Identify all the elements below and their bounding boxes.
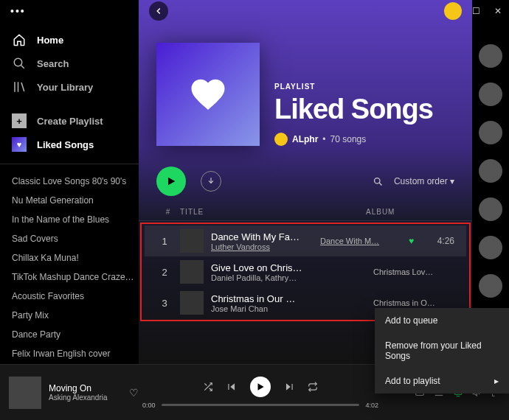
nav-library-label: Your Library <box>37 82 93 93</box>
playlist-kind-label: PLAYLIST <box>274 83 433 91</box>
track-album[interactable]: Christmas in O… <box>373 298 454 307</box>
col-title: TITLE <box>180 208 366 216</box>
nav-home-label: Home <box>37 35 63 46</box>
friend-avatar[interactable] <box>479 159 502 183</box>
nav-home[interactable]: Home <box>0 28 139 52</box>
friend-avatar[interactable] <box>479 197 502 221</box>
track-header: # TITLE ALBUM <box>139 203 472 221</box>
playlist-controls: Custom order ▾ <box>139 159 472 203</box>
owner-name[interactable]: ALphr <box>292 134 318 144</box>
ctx-add-to-queue[interactable]: Add to queue <box>375 308 509 333</box>
repeat-button[interactable] <box>308 382 318 392</box>
nav-create-playlist[interactable]: + Create Playlist <box>0 109 139 133</box>
track-art <box>180 229 204 253</box>
now-playing-cover[interactable] <box>9 377 41 409</box>
play-button[interactable] <box>156 167 186 196</box>
track-title: Dance With My Fa… <box>211 231 313 242</box>
track-title: Christmas in Our … <box>211 293 366 304</box>
nav-liked-songs[interactable]: ♥ Liked Songs <box>0 133 139 156</box>
like-button[interactable]: ♡ <box>129 387 139 399</box>
svg-line-11 <box>204 383 207 385</box>
playlist-item[interactable]: Dance Party <box>0 325 139 344</box>
nav-liked-label: Liked Songs <box>37 139 94 150</box>
progress-bar[interactable] <box>162 404 360 406</box>
svg-marker-14 <box>258 383 264 390</box>
friend-avatar[interactable] <box>479 83 502 106</box>
download-button[interactable] <box>201 171 221 192</box>
nav-search[interactable]: Search <box>0 52 139 75</box>
friend-avatar[interactable] <box>479 121 502 144</box>
playlist-hero: PLAYLIST Liked Songs ALphr • 70 songs <box>139 22 472 159</box>
playlist-list: Classic Love Songs 80's 90's Nu Metal Ge… <box>0 164 139 364</box>
playlist-info: PLAYLIST Liked Songs ALphr • 70 songs <box>274 83 433 146</box>
playlist-title: Liked Songs <box>274 94 433 125</box>
close-button[interactable]: ✕ <box>487 0 509 22</box>
svg-marker-5 <box>168 178 175 186</box>
svg-marker-15 <box>286 383 291 390</box>
plus-icon: + <box>12 113 27 128</box>
nav-search-label: Search <box>37 58 69 69</box>
shuffle-button[interactable] <box>203 382 213 392</box>
nav-library[interactable]: Your Library <box>0 75 139 99</box>
svg-point-0 <box>14 58 22 66</box>
library-icon <box>12 80 27 94</box>
track-index: 1 <box>156 236 173 247</box>
back-button[interactable] <box>149 1 168 21</box>
svg-marker-12 <box>230 383 235 390</box>
track-artist[interactable]: Daniel Padilla, Kathry… <box>211 273 366 282</box>
sort-button[interactable]: Custom order ▾ <box>394 176 454 186</box>
playlist-item[interactable]: Nu Metal Generation <box>0 191 139 210</box>
track-duration: 4:26 <box>428 236 454 246</box>
app-menu-dots[interactable]: ••• <box>10 5 26 17</box>
ctx-add-to-playlist[interactable]: Add to playlist ▸ <box>375 368 509 393</box>
now-playing-artist[interactable]: Asking Alexandria <box>49 393 108 402</box>
now-playing-info: Moving On Asking Alexandria ♡ <box>9 377 139 409</box>
playlist-item[interactable]: In the Name of the Blues <box>0 210 139 229</box>
track-index: 2 <box>156 267 173 278</box>
playlist-item[interactable]: Classic Love Songs 80's 90's <box>0 172 139 191</box>
svg-line-4 <box>21 83 24 91</box>
track-artist[interactable]: Jose Mari Chan <box>211 304 366 313</box>
previous-button[interactable] <box>226 382 237 392</box>
playlist-item[interactable]: Party Mix <box>0 306 139 325</box>
context-menu: Add to queue Remove from your Liked Song… <box>375 308 509 393</box>
friend-avatar[interactable] <box>479 236 502 259</box>
playlist-cover <box>156 43 260 146</box>
sidebar: Home Search Your Library + Create Playli… <box>0 22 139 364</box>
playlist-item[interactable]: Acoustic Favorites <box>0 287 139 306</box>
track-artist[interactable]: Luther Vandross <box>211 242 313 251</box>
ctx-remove-liked[interactable]: Remove from your Liked Songs <box>375 333 509 368</box>
playlist-item[interactable]: TikTok Mashup Dance Craze… <box>0 267 139 287</box>
play-pause-button[interactable] <box>250 377 271 397</box>
search-tracks-icon[interactable] <box>373 176 384 187</box>
chevron-down-icon: ▾ <box>450 176 454 186</box>
col-index: # <box>156 208 180 216</box>
friend-avatar[interactable] <box>479 274 502 298</box>
song-count: 70 songs <box>330 134 367 144</box>
chevron-right-icon: ▸ <box>494 376 499 386</box>
playlist-item[interactable]: Sad Covers <box>0 229 139 248</box>
svg-line-1 <box>21 65 24 69</box>
search-icon <box>12 56 27 71</box>
track-index: 3 <box>156 298 173 309</box>
playlist-item[interactable]: Chillax Ka Muna! <box>0 248 139 267</box>
liked-icon[interactable]: ♥ <box>409 236 420 246</box>
track-art <box>180 291 204 315</box>
user-avatar[interactable] <box>444 2 462 20</box>
track-row[interactable]: 2 Give Love on Chris… Daniel Padilla, Ka… <box>145 256 466 287</box>
now-playing-title[interactable]: Moving On <box>49 383 108 393</box>
owner-avatar <box>274 133 288 146</box>
friend-avatar[interactable] <box>479 44 502 68</box>
position-time: 0:00 <box>142 402 156 409</box>
main-topbar <box>139 0 472 22</box>
col-album: ALBUM <box>366 208 454 216</box>
track-album[interactable]: Christmas Lov… <box>373 267 454 276</box>
playlist-item[interactable]: Felix Irwan English cover <box>0 344 139 363</box>
track-art <box>180 260 204 284</box>
next-button[interactable] <box>284 382 294 392</box>
track-album[interactable]: Dance With M… <box>320 237 401 245</box>
nav-create-label: Create Playlist <box>37 116 103 127</box>
duration-time: 4:02 <box>365 402 378 409</box>
track-row[interactable]: 1 Dance With My Fa… Luther Vandross Danc… <box>145 225 466 256</box>
track-title: Give Love on Chris… <box>211 262 366 273</box>
